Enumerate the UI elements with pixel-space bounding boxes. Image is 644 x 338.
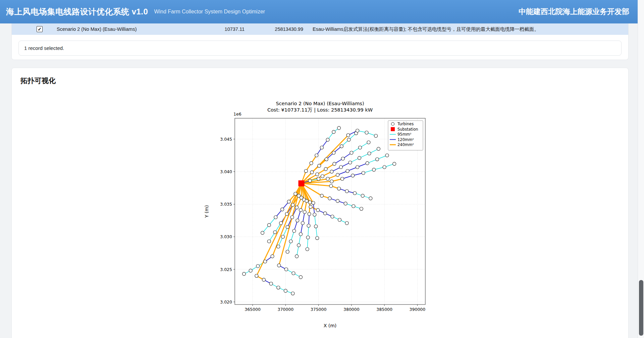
topology-chart: 3650003700003750003800003850003900003.02… — [203, 97, 437, 332]
scenario-name: Scenario 2 (No Max) (Esau-Williams) — [49, 26, 193, 32]
svg-text:Substation: Substation — [397, 127, 418, 132]
topology-card: 拓扑可视化 3650003700003750003800003850003900… — [11, 68, 629, 338]
svg-text:95mm²: 95mm² — [397, 132, 412, 137]
section-title: 拓扑可视化 — [20, 76, 628, 85]
svg-text:120mm²: 120mm² — [397, 137, 414, 142]
svg-text:365000: 365000 — [245, 307, 261, 312]
scenario-checkbox-cell: ✓ — [12, 26, 49, 32]
svg-text:240mm²: 240mm² — [397, 142, 414, 147]
scenario-description: Esau-Williams启发式算法(权衡距离与容量); 不包含可选电缆型号，且… — [305, 26, 628, 32]
topology-figure: 3650003700003750003800003850003900003.02… — [203, 97, 437, 333]
svg-text:380000: 380000 — [343, 307, 360, 312]
scenario-row[interactable]: ✓ Scenario 2 (No Max) (Esau-Williams) 10… — [12, 23, 628, 35]
app-header: 海上风电场集电线路设计优化系统 v1.0 Wind Farm Collector… — [0, 0, 644, 23]
svg-text:Scenario 2 (No Max) (Esau-Will: Scenario 2 (No Max) (Esau-Williams) — [276, 101, 364, 106]
svg-text:385000: 385000 — [376, 307, 392, 312]
svg-text:3.020: 3.020 — [220, 299, 232, 305]
svg-text:3.040: 3.040 — [220, 169, 232, 174]
header-org: 中能建西北院海上能源业务开发部 — [519, 7, 629, 17]
selection-status: 1 record selected. — [18, 41, 622, 56]
svg-text:3.045: 3.045 — [220, 137, 232, 142]
svg-text:390000: 390000 — [410, 307, 426, 312]
svg-text:1e6: 1e6 — [233, 112, 241, 117]
scenario-table-card: ✓ Scenario 2 (No Max) (Esau-Williams) 10… — [11, 23, 629, 60]
svg-text:3.030: 3.030 — [220, 234, 232, 239]
svg-text:370000: 370000 — [277, 307, 293, 312]
scrollbar[interactable] — [638, 0, 644, 338]
scenario-loss: 25813430.99 — [247, 26, 305, 32]
scenario-cost: 10737.11 — [193, 26, 247, 32]
checkbox-checked-icon[interactable]: ✓ — [37, 26, 43, 32]
svg-text:3.025: 3.025 — [220, 267, 232, 272]
svg-text:Y (m): Y (m) — [204, 205, 209, 218]
svg-text:Turbines: Turbines — [397, 122, 414, 126]
svg-text:375000: 375000 — [311, 307, 327, 312]
app-subtitle: Wind Farm Collector System Design Optimi… — [154, 9, 265, 15]
svg-text:X (m): X (m) — [324, 323, 337, 328]
svg-text:3.035: 3.035 — [220, 202, 232, 207]
svg-text:Cost: ¥10737.11万 | Loss: 25813: Cost: ¥10737.11万 | Loss: 25813430.99 kW — [267, 107, 373, 113]
scrollbar-thumb[interactable] — [639, 280, 643, 336]
app-title: 海上风电场集电线路设计优化系统 v1.0 — [6, 6, 148, 17]
